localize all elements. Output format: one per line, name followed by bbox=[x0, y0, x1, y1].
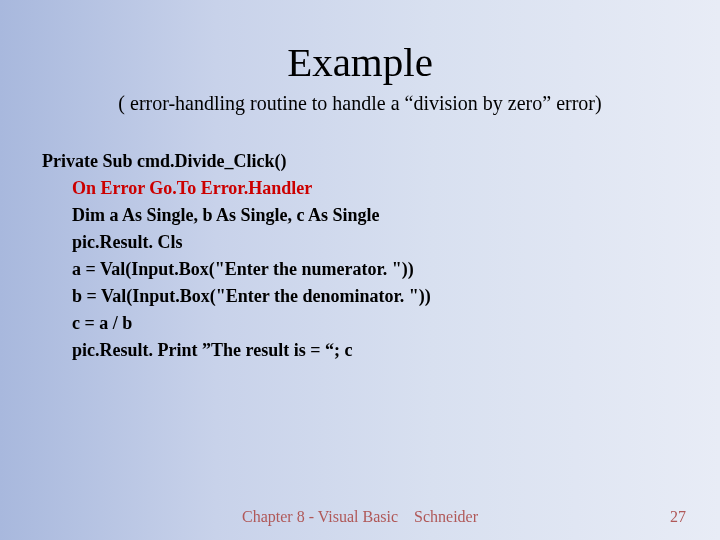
code-line-1: Private Sub cmd.Divide_Click() bbox=[42, 148, 431, 175]
code-line-7: c = a / b bbox=[42, 310, 431, 337]
slide-subtitle: ( error-handling routine to handle a “di… bbox=[0, 92, 720, 115]
footer-text: Chapter 8 - Visual Basic Schneider bbox=[0, 508, 720, 526]
code-line-4: pic.Result. Cls bbox=[42, 229, 431, 256]
code-line-2: On Error Go.To Error.Handler bbox=[42, 175, 431, 202]
code-line-6: b = Val(Input.Box("Enter the denominator… bbox=[42, 283, 431, 310]
code-block: Private Sub cmd.Divide_Click() On Error … bbox=[42, 148, 431, 364]
code-line-8: pic.Result. Print ”The result is = “; c bbox=[42, 337, 431, 364]
code-line-5: a = Val(Input.Box("Enter the numerator. … bbox=[42, 256, 431, 283]
slide-title: Example bbox=[0, 0, 720, 86]
code-line-3: Dim a As Single, b As Single, c As Singl… bbox=[42, 202, 431, 229]
slide: Example ( error-handling routine to hand… bbox=[0, 0, 720, 540]
page-number: 27 bbox=[670, 508, 686, 526]
